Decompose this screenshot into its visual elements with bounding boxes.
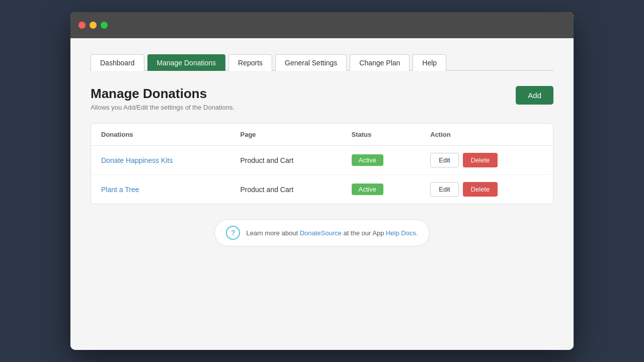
table-row: Plant a Tree Product and Cart Active Edi… [91, 175, 553, 204]
footer-info: ? Learn more about DonateSource at the o… [91, 219, 553, 246]
table-header: Donations Page Status Action [91, 124, 553, 146]
col-page: Page [230, 124, 341, 146]
page-title: Manage Donations [91, 86, 234, 102]
donation-link-2[interactable]: Plant a Tree [101, 186, 139, 194]
donate-source-link[interactable]: DonateSource [300, 229, 342, 237]
maximize-button[interactable] [101, 22, 108, 29]
col-action: Action [420, 124, 553, 146]
donation-link-1[interactable]: Donate Happiness Kits [101, 156, 173, 164]
donations-table-container: Donations Page Status Action Donate Happ… [91, 123, 553, 204]
nav-manage-donations[interactable]: Manage Donations [147, 54, 226, 71]
delete-button-1[interactable]: Delete [463, 153, 498, 167]
page-header-text: Manage Donations Allows you Add/Edit the… [91, 86, 234, 111]
status-badge-2: Active [352, 184, 383, 195]
app-window: Dashboard Manage Donations Reports Gener… [70, 12, 574, 350]
nav-general-settings[interactable]: General Settings [275, 54, 347, 71]
delete-button-2[interactable]: Delete [463, 182, 498, 197]
action-cell-2: Edit Delete [430, 182, 543, 197]
info-icon: ? [226, 226, 240, 240]
col-status: Status [342, 124, 421, 146]
edit-button-2[interactable]: Edit [430, 182, 458, 197]
nav-change-plan[interactable]: Change Plan [350, 54, 410, 71]
action-cell-1: Edit Delete [430, 153, 543, 167]
page-cell-1: Product and Cart [230, 146, 341, 175]
add-button[interactable]: Add [516, 86, 553, 105]
table-row: Donate Happiness Kits Product and Cart A… [91, 146, 553, 175]
page-subtitle: Allows you Add/Edit the settings of the … [91, 104, 234, 111]
page-cell-2: Product and Cart [230, 175, 341, 204]
table-body: Donate Happiness Kits Product and Cart A… [91, 146, 553, 204]
minimize-button[interactable] [90, 22, 97, 29]
footer-text: Learn more about DonateSource at the our… [246, 229, 418, 237]
close-button[interactable] [78, 22, 86, 29]
nav-dashboard[interactable]: Dashboard [91, 54, 144, 71]
titlebar [70, 12, 574, 38]
footer-box: ? Learn more about DonateSource at the o… [214, 219, 429, 246]
donations-table: Donations Page Status Action Donate Happ… [91, 124, 553, 204]
navigation: Dashboard Manage Donations Reports Gener… [91, 53, 553, 71]
col-donations: Donations [91, 124, 230, 146]
nav-reports[interactable]: Reports [228, 54, 272, 71]
main-content: Dashboard Manage Donations Reports Gener… [70, 38, 574, 350]
status-badge-1: Active [352, 154, 383, 166]
edit-button-1[interactable]: Edit [430, 153, 458, 167]
nav-help[interactable]: Help [413, 54, 446, 71]
page-header: Manage Donations Allows you Add/Edit the… [91, 86, 553, 111]
help-docs-link[interactable]: Help Docs. [386, 229, 418, 237]
